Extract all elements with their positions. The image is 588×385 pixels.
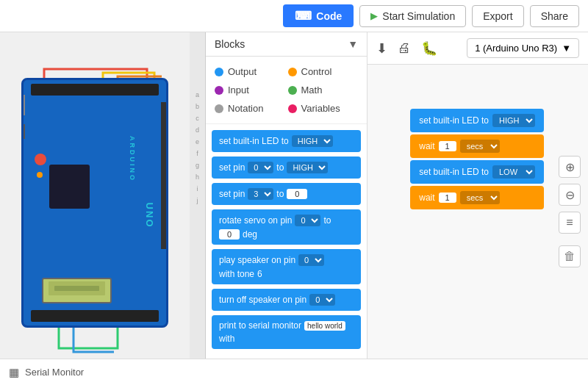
uno-text: UNO — [144, 202, 155, 228]
arduino-text: ARDUINO — [129, 136, 136, 182]
category-variables[interactable]: Variables — [288, 101, 359, 116]
speaker-pin-select[interactable]: 0 — [298, 254, 324, 266]
canvas-block-led-low[interactable]: set built-in LED to LOWHIGH — [410, 160, 544, 184]
canvas-blocks: set built-in LED to HIGHLOW wait secsmin… — [410, 109, 544, 209]
canvas-wait-text-2: wait — [419, 192, 434, 203]
control-label: Control — [301, 66, 332, 77]
pin-select-2[interactable]: 34 — [248, 188, 273, 200]
device-selector: 1 (Arduino Uno R3) ▼ — [467, 38, 579, 58]
tool-icon-row: ⬇ 🖨 🐛 — [376, 40, 437, 57]
lcd-inner — [54, 286, 100, 291]
canvas-secs-select-1[interactable]: secsmins — [460, 140, 500, 153]
fit-icon[interactable]: ≡ — [559, 212, 581, 234]
pin-value-select[interactable]: HIGHLOW — [287, 162, 328, 173]
blocks-dropdown[interactable]: Blocks ▼ — [206, 32, 367, 57]
pin-strip-right — [161, 102, 168, 249]
block-text-set-pin: set pin — [219, 162, 245, 173]
block-text-print: print to serial monitor — [219, 320, 301, 331]
variables-label: Variables — [301, 103, 340, 114]
led-indicator — [37, 172, 43, 178]
block-text-with: with — [219, 334, 234, 344]
category-math[interactable]: Math — [288, 82, 359, 98]
block-turn-off-speaker[interactable]: turn off speaker on pin 0 — [212, 289, 361, 311]
canvas-area[interactable]: set built-in LED to HIGHLOW wait secsmin… — [368, 65, 588, 359]
trash-icon[interactable]: 🗑 — [559, 245, 581, 267]
pin-strip-bottom — [31, 310, 159, 322]
control-dot — [288, 68, 297, 76]
canvas-block-wait-1[interactable]: wait secsmins — [410, 134, 544, 158]
category-output[interactable]: Output — [215, 64, 285, 79]
arduino-panel: ARDUINO UNO — [0, 32, 190, 359]
category-notation[interactable]: Notation — [215, 101, 285, 116]
bb-a: a — [196, 91, 199, 98]
code-button[interactable]: ⌨ Code — [283, 4, 354, 27]
code-label: Code — [316, 10, 342, 22]
side-icons: ⊕ ⊖ ≡ 🗑 — [559, 156, 581, 267]
blocks-panel: Blocks ▼ Output Control Input Math — [206, 32, 368, 359]
servo-angle-input[interactable] — [219, 229, 240, 240]
pin-strip-top — [31, 84, 159, 96]
canvas-led-low-select[interactable]: LOWHIGH — [492, 165, 535, 179]
block-text-to: to — [276, 162, 284, 173]
hello-world-value: hello world — [304, 321, 345, 331]
input-label: Input — [228, 84, 249, 96]
math-dot — [288, 86, 297, 95]
led-value-select[interactable]: HIGHLOW — [292, 135, 333, 147]
canvas-text-3: set built-in LED to — [419, 167, 489, 177]
block-text-to2: to — [276, 189, 284, 199]
code-area-wrapper: ⬇ 🖨 🐛 1 (Arduino Uno R3) ▼ set built-in … — [368, 32, 588, 359]
reset-button — [35, 154, 46, 165]
canvas-secs-select-2[interactable]: secsmins — [460, 191, 500, 204]
canvas-wait-text-1: wait — [419, 141, 434, 151]
canvas-wait-input-1[interactable] — [439, 141, 456, 151]
bb-c: c — [196, 115, 199, 122]
breadboard-panel: a b c d e f g h i j — [190, 32, 206, 359]
export-button[interactable]: Export — [472, 5, 523, 27]
download-icon[interactable]: ⬇ — [376, 40, 387, 57]
canvas-led-high-select[interactable]: HIGHLOW — [492, 114, 535, 127]
main-layout: ARDUINO UNO a b c d e f g h i j — [0, 32, 588, 359]
zoom-out-icon[interactable]: ⊖ — [559, 184, 581, 206]
category-control[interactable]: Control — [288, 64, 359, 79]
block-rotate-servo[interactable]: rotate servo on pin 0 to deg — [212, 209, 361, 245]
bug-icon[interactable]: 🐛 — [421, 40, 437, 57]
pin-select-1[interactable]: 012 — [248, 162, 273, 173]
bb-b: b — [196, 103, 199, 110]
math-label: Math — [301, 84, 323, 96]
bb-e: e — [196, 138, 199, 145]
block-text-speaker: play speaker on pin — [219, 255, 295, 265]
print-icon[interactable]: 🖨 — [398, 40, 411, 56]
zoom-in-icon[interactable]: ⊕ — [559, 156, 581, 178]
toolbar: ⌨ Code ▶ Start Simulation Export Share — [0, 0, 588, 32]
status-bar: ▦ Serial Monitor — [0, 359, 588, 385]
simulate-button[interactable]: ▶ Start Simulation — [359, 5, 466, 27]
block-text-servo: rotate servo on pin — [219, 215, 292, 226]
canvas-block-led-high[interactable]: set built-in LED to HIGHLOW — [410, 109, 544, 132]
ic-chip — [49, 165, 90, 209]
block-set-builtin-led[interactable]: set built-in LED to HIGHLOW — [212, 130, 361, 152]
canvas-block-wait-2[interactable]: wait secsmins — [410, 186, 544, 209]
export-label: Export — [483, 10, 512, 22]
off-speaker-pin-select[interactable]: 0 — [309, 294, 335, 306]
serial-monitor-label: Serial Monitor — [25, 367, 84, 378]
usb-port — [21, 95, 25, 115]
category-input[interactable]: Input — [215, 82, 285, 98]
device-dropdown[interactable]: 1 (Arduino Uno R3) ▼ — [467, 38, 579, 58]
board-body: ARDUINO UNO — [21, 78, 168, 328]
block-set-pin[interactable]: set pin 012 to HIGHLOW — [212, 156, 361, 179]
canvas-wait-input-2[interactable] — [439, 192, 456, 203]
block-set-pin-num[interactable]: set pin 34 to — [212, 183, 361, 205]
pin-value-input[interactable] — [287, 189, 307, 199]
chevron-down-icon: ▼ — [348, 38, 358, 50]
share-label: Share — [541, 10, 568, 22]
block-print-serial[interactable]: print to serial monitor hello world with — [212, 315, 361, 349]
servo-pin-select[interactable]: 0 — [295, 215, 320, 226]
block-text-off-speaker: turn off speaker on pin — [219, 295, 306, 305]
simulate-label: Start Simulation — [382, 10, 455, 22]
block-text-tone: with tone — [219, 269, 254, 279]
blocks-dropdown-label: Blocks — [215, 38, 245, 50]
share-button[interactable]: Share — [530, 5, 579, 27]
bb-d: d — [196, 126, 199, 134]
block-play-speaker[interactable]: play speaker on pin 0 with tone 6 — [212, 249, 361, 284]
bb-i: i — [197, 185, 198, 192]
